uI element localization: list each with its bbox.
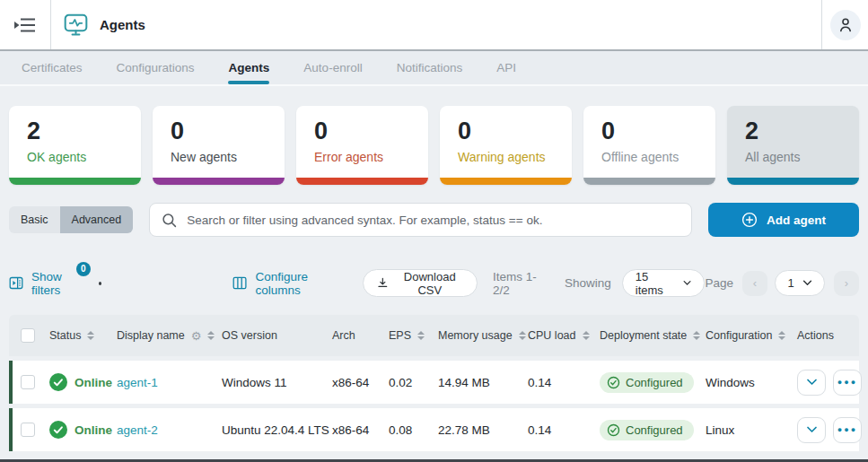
table-toolbar: Show filters 0 Configure columns Downloa…	[9, 269, 859, 297]
actions-cell: ●●●	[797, 417, 862, 443]
card-color-bar	[296, 178, 428, 185]
card-all-agents[interactable]: 2 All agents	[727, 106, 859, 185]
column-header-arch[interactable]: Arch	[332, 329, 389, 342]
search-box[interactable]	[149, 203, 692, 237]
plus-circle-icon	[741, 212, 758, 228]
column-label: OS version	[222, 329, 277, 342]
page-label: Page	[705, 276, 733, 290]
configured-check-icon	[607, 423, 620, 437]
card-warning-agents[interactable]: 0 Warning agents	[440, 106, 572, 185]
agent-name-link[interactable]: agent-1	[117, 376, 158, 389]
column-label: Actions	[797, 329, 834, 342]
sort-icon[interactable]	[778, 331, 785, 340]
tab-label: Configurations	[117, 61, 195, 74]
search-input[interactable]	[187, 214, 679, 227]
page-size-select[interactable]: 15 items	[622, 269, 706, 297]
card-color-bar	[440, 178, 572, 185]
sort-icon[interactable]	[583, 331, 590, 340]
table-row: Online agent-2 Ubuntu 22.04.4 LTS x86-64…	[9, 408, 859, 451]
card-color-bar	[153, 178, 285, 185]
add-agent-label: Add agent	[767, 214, 826, 227]
expand-row-button[interactable]	[797, 370, 826, 396]
column-gear-icon[interactable]: ⚙	[191, 329, 202, 343]
sort-icon[interactable]	[693, 331, 700, 340]
agents-monitor-icon	[64, 13, 88, 36]
select-all-checkbox[interactable]	[21, 328, 35, 343]
tab-configurations[interactable]: Configurations	[100, 51, 212, 84]
sort-icon[interactable]	[87, 331, 94, 340]
user-menu-button[interactable]	[830, 10, 861, 40]
column-header-actions: Actions	[797, 329, 859, 342]
tab-notifications[interactable]: Notifications	[380, 51, 480, 84]
card-label: Warning agents	[458, 150, 572, 164]
card-value: 0	[314, 118, 428, 145]
column-header-memory-usage[interactable]: Memory usage	[438, 329, 528, 342]
download-csv-button[interactable]: Download CSV	[363, 269, 478, 297]
topbar-spacer	[145, 0, 821, 49]
sort-icon[interactable]	[519, 331, 526, 340]
tab-certificates[interactable]: Certificates	[4, 51, 100, 84]
card-new-agents[interactable]: 0 New agents	[153, 106, 285, 185]
os-version-cell: Windows 11	[222, 376, 332, 389]
column-header-deployment-state[interactable]: Deployment state	[600, 329, 706, 342]
basic-mode-button[interactable]: Basic	[9, 206, 60, 233]
page-size-value: 15 items	[636, 270, 672, 297]
show-filters-button[interactable]: Show filters 0	[9, 270, 84, 297]
actions-cell: ●●●	[797, 370, 862, 396]
filters-panel-icon	[9, 275, 23, 292]
page-number-select[interactable]: 1	[775, 270, 825, 296]
agent-name-link[interactable]: agent-2	[117, 423, 158, 437]
page-header: Agents	[51, 0, 145, 49]
card-label: New agents	[171, 150, 285, 164]
row-menu-button[interactable]: ●●●	[833, 417, 862, 443]
chevron-down-icon	[806, 379, 818, 386]
sidebar-toggle-button[interactable]	[0, 0, 51, 49]
row-menu-button[interactable]: ●●●	[833, 370, 862, 396]
showing-label: Showing	[565, 276, 611, 290]
card-label: OK agents	[27, 150, 141, 164]
configured-check-icon	[607, 376, 620, 389]
column-header-display-name[interactable]: Display name ⚙	[117, 329, 222, 343]
column-header-cpu-load[interactable]: CPU load	[528, 329, 600, 342]
configure-columns-button[interactable]: Configure columns	[232, 270, 341, 297]
expand-row-button[interactable]	[797, 417, 826, 443]
row-checkbox[interactable]	[21, 375, 35, 389]
add-agent-button[interactable]: Add agent	[708, 203, 859, 237]
card-offline-agents[interactable]: 0 Offline agents	[583, 106, 715, 185]
tab-label: Auto-enroll	[303, 61, 362, 74]
search-icon	[162, 213, 177, 228]
sort-icon[interactable]	[417, 331, 425, 340]
card-label: All agents	[745, 150, 859, 164]
column-header-status[interactable]: Status	[49, 329, 117, 342]
tab-agents[interactable]: Agents	[212, 51, 287, 84]
agents-table: Status Display name ⚙ OS version Arch EP…	[9, 315, 859, 451]
card-color-bar	[727, 178, 859, 185]
deployment-state-badge: Configured	[600, 420, 694, 440]
page-number-value: 1	[787, 276, 793, 290]
os-version-cell: Ubuntu 22.04.4 LTS	[222, 423, 332, 437]
search-mode-toggle: Basic Advanced	[9, 206, 133, 233]
column-label: CPU load	[528, 329, 576, 342]
card-color-bar	[583, 178, 715, 185]
previous-page-button[interactable]: ‹	[742, 271, 767, 296]
card-value: 2	[745, 118, 859, 145]
column-label: Display name	[117, 329, 185, 342]
tab-label: Agents	[229, 61, 270, 74]
tab-api[interactable]: API	[479, 51, 533, 84]
memory-usage-cell: 22.78 MB	[438, 423, 528, 437]
next-page-button[interactable]: ›	[834, 271, 859, 296]
column-header-configuration[interactable]: Configuration	[706, 329, 797, 342]
column-header-os-version[interactable]: OS version	[222, 329, 332, 342]
items-range-text: Items 1-2/2	[493, 270, 545, 297]
card-error-agents[interactable]: 0 Error agents	[296, 106, 428, 185]
column-header-eps[interactable]: EPS	[389, 329, 438, 342]
sort-icon[interactable]	[207, 331, 215, 340]
columns-icon	[232, 275, 247, 291]
row-checkbox[interactable]	[21, 423, 35, 437]
card-ok-agents[interactable]: 2 OK agents	[9, 106, 141, 185]
tab-auto-enroll[interactable]: Auto-enroll	[286, 51, 379, 84]
advanced-mode-button[interactable]: Advanced	[60, 206, 134, 233]
user-icon	[837, 16, 855, 34]
filters-count-badge: 0	[76, 262, 91, 276]
table-header: Status Display name ⚙ OS version Arch EP…	[9, 315, 859, 356]
